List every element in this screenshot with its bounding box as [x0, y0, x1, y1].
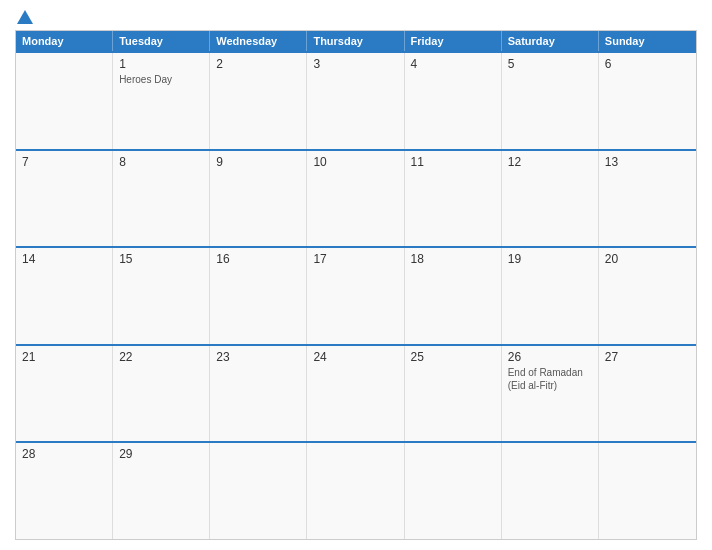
calendar-week: 2829: [16, 441, 696, 539]
day-number: 22: [119, 350, 203, 364]
calendar-cell: 26End of Ramadan (Eid al-Fitr): [502, 346, 599, 442]
calendar-cell: 10: [307, 151, 404, 247]
day-number: 27: [605, 350, 690, 364]
day-number: 2: [216, 57, 300, 71]
calendar-cell: 7: [16, 151, 113, 247]
calendar-cell: 8: [113, 151, 210, 247]
day-number: 7: [22, 155, 106, 169]
calendar-header: MondayTuesdayWednesdayThursdayFridaySatu…: [16, 31, 696, 51]
calendar-cell: 29: [113, 443, 210, 539]
day-number: 28: [22, 447, 106, 461]
calendar-cell: 23: [210, 346, 307, 442]
day-number: 3: [313, 57, 397, 71]
calendar-cell: 19: [502, 248, 599, 344]
calendar-cell: [599, 443, 696, 539]
calendar-header-cell: Thursday: [307, 31, 404, 51]
day-number: 29: [119, 447, 203, 461]
day-number: 14: [22, 252, 106, 266]
day-number: 1: [119, 57, 203, 71]
calendar-cell: [210, 443, 307, 539]
calendar-cell: [405, 443, 502, 539]
day-number: 9: [216, 155, 300, 169]
calendar-cell: 5: [502, 53, 599, 149]
calendar-week: 212223242526End of Ramadan (Eid al-Fitr)…: [16, 344, 696, 442]
calendar-header-cell: Sunday: [599, 31, 696, 51]
calendar-body: 1Heroes Day23456789101112131415161718192…: [16, 51, 696, 539]
calendar-cell: 3: [307, 53, 404, 149]
day-number: 21: [22, 350, 106, 364]
day-number: 18: [411, 252, 495, 266]
calendar-cell: 25: [405, 346, 502, 442]
calendar-cell: 4: [405, 53, 502, 149]
calendar-header-cell: Friday: [405, 31, 502, 51]
calendar-cell: 27: [599, 346, 696, 442]
day-number: 13: [605, 155, 690, 169]
calendar-cell: 2: [210, 53, 307, 149]
calendar-cell: 18: [405, 248, 502, 344]
calendar-cell: 21: [16, 346, 113, 442]
calendar-cell: [16, 53, 113, 149]
calendar-cell: 6: [599, 53, 696, 149]
calendar-week: 14151617181920: [16, 246, 696, 344]
day-number: 25: [411, 350, 495, 364]
calendar-cell: 17: [307, 248, 404, 344]
calendar-cell: 9: [210, 151, 307, 247]
page-header: [15, 10, 697, 24]
calendar-header-cell: Saturday: [502, 31, 599, 51]
day-number: 23: [216, 350, 300, 364]
day-number: 11: [411, 155, 495, 169]
calendar-cell: 20: [599, 248, 696, 344]
calendar-week: 1Heroes Day23456: [16, 51, 696, 149]
day-number: 16: [216, 252, 300, 266]
day-number: 6: [605, 57, 690, 71]
logo-triangle-icon: [17, 10, 33, 24]
calendar-header-cell: Tuesday: [113, 31, 210, 51]
day-number: 12: [508, 155, 592, 169]
calendar-cell: 13: [599, 151, 696, 247]
calendar-cell: [307, 443, 404, 539]
calendar-cell: 15: [113, 248, 210, 344]
holiday-label: Heroes Day: [119, 73, 203, 86]
calendar-header-cell: Monday: [16, 31, 113, 51]
calendar-cell: 24: [307, 346, 404, 442]
calendar-week: 78910111213: [16, 149, 696, 247]
calendar-cell: 28: [16, 443, 113, 539]
calendar-cell: 12: [502, 151, 599, 247]
day-number: 26: [508, 350, 592, 364]
day-number: 19: [508, 252, 592, 266]
day-number: 24: [313, 350, 397, 364]
day-number: 5: [508, 57, 592, 71]
day-number: 8: [119, 155, 203, 169]
day-number: 10: [313, 155, 397, 169]
calendar-cell: 22: [113, 346, 210, 442]
calendar-cell: 14: [16, 248, 113, 344]
calendar-cell: [502, 443, 599, 539]
day-number: 20: [605, 252, 690, 266]
logo: [15, 10, 35, 24]
calendar-cell: 1Heroes Day: [113, 53, 210, 149]
day-number: 4: [411, 57, 495, 71]
calendar-cell: 16: [210, 248, 307, 344]
day-number: 15: [119, 252, 203, 266]
calendar-cell: 11: [405, 151, 502, 247]
calendar-header-cell: Wednesday: [210, 31, 307, 51]
calendar-page: MondayTuesdayWednesdayThursdayFridaySatu…: [0, 0, 712, 550]
day-number: 17: [313, 252, 397, 266]
calendar-grid: MondayTuesdayWednesdayThursdayFridaySatu…: [15, 30, 697, 540]
holiday-label: End of Ramadan (Eid al-Fitr): [508, 366, 592, 392]
